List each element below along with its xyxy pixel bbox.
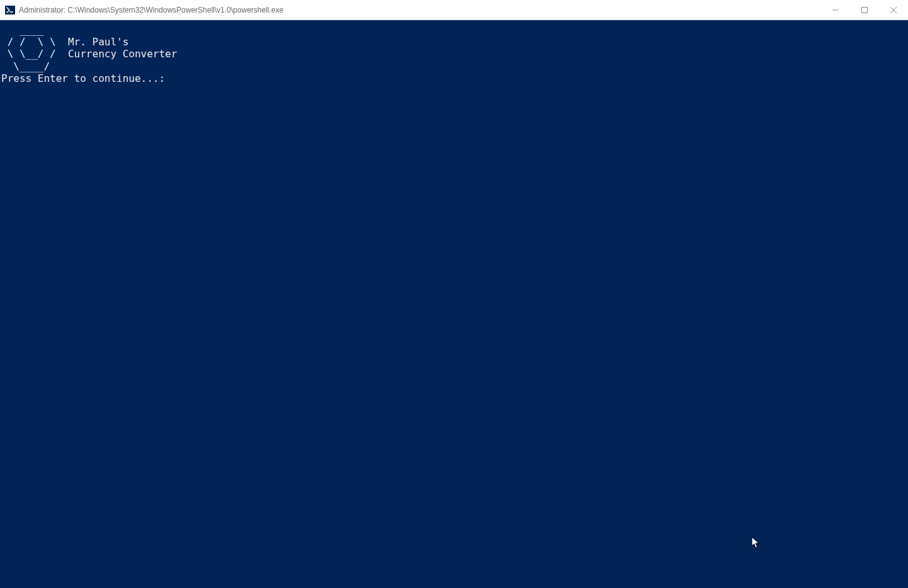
app-title-line1: Mr. Paul's	[68, 36, 128, 48]
ascii-art-line: \____/	[1, 60, 908, 72]
ascii-art-line: \ \__/ / Currency Converter	[1, 48, 908, 60]
ascii-art-line: / / \ \ Mr. Paul's	[1, 36, 908, 48]
minimize-button[interactable]	[821, 0, 850, 20]
app-title-line2: Currency Converter	[68, 48, 177, 60]
terminal-area[interactable]: ____ / / \ \ Mr. Paul's \ \__/ / Currenc…	[0, 20, 908, 588]
close-button[interactable]	[879, 0, 908, 20]
svg-rect-3	[862, 7, 868, 13]
window-title: Administrator: C:\Windows\System32\Windo…	[19, 6, 821, 14]
maximize-button[interactable]	[850, 0, 879, 20]
svg-rect-0	[5, 6, 15, 14]
window-titlebar: Administrator: C:\Windows\System32\Windo…	[0, 0, 908, 20]
window-controls	[821, 0, 908, 20]
powershell-icon	[5, 5, 15, 15]
prompt-line: Press Enter to continue...:	[1, 72, 908, 84]
ascii-art-line: ____	[1, 24, 908, 36]
